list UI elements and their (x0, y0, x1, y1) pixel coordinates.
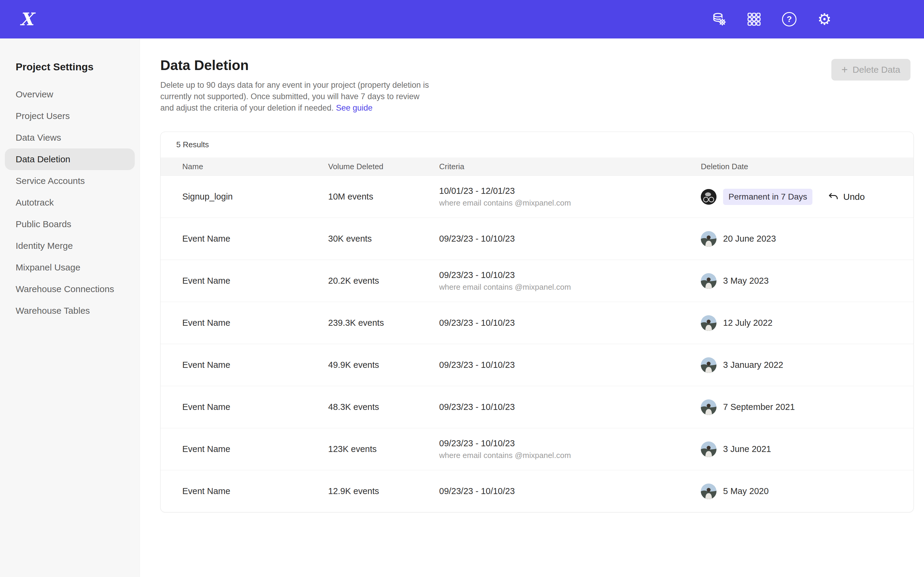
criteria-date-range: 09/23/23 - 10/10/23 (439, 318, 701, 328)
column-header-deletion-date: Deletion Date (701, 162, 913, 171)
column-header-criteria: Criteria (439, 162, 701, 171)
sidebar-item-public-boards[interactable]: Public Boards (5, 213, 135, 235)
column-header-volume-deleted: Volume Deleted (328, 162, 439, 171)
deletion-date-cell: 3 May 2023 (701, 273, 913, 289)
volume-deleted: 30K events (328, 234, 439, 244)
sidebar-item-service-accounts[interactable]: Service Accounts (5, 170, 135, 192)
criteria-where-clause: where email contains @mixpanel.com (439, 282, 701, 292)
sidebar-item-overview[interactable]: Overview (5, 84, 135, 105)
avatar (701, 273, 716, 289)
deletion-date: 3 June 2021 (723, 444, 771, 454)
page-description: Delete up to 90 days data for any event … (160, 79, 433, 114)
plus-icon: + (842, 64, 848, 75)
volume-deleted: 20.2K events (328, 276, 439, 286)
criteria-cell: 09/23/23 - 10/10/23 (439, 402, 701, 412)
volume-deleted: 12.9K events (328, 486, 439, 496)
deletion-date-cell: Permanent in 7 Days Undo (701, 189, 913, 205)
undo-arrow-icon (828, 192, 839, 202)
sidebar-title: Project Settings (5, 61, 135, 73)
criteria-where-clause: where email contains @mixpanel.com (439, 198, 701, 208)
criteria-cell: 09/23/23 - 10/10/23 where email contains… (439, 438, 701, 460)
column-header-name: Name (182, 162, 328, 171)
volume-deleted: 123K events (328, 444, 439, 454)
criteria-where-clause: where email contains @mixpanel.com (439, 451, 701, 460)
volume-deleted: 48.3K events (328, 402, 439, 412)
help-question-glyph: ? (782, 12, 796, 26)
avatar (701, 400, 716, 415)
table-row: Event Name 123K events 09/23/23 - 10/10/… (161, 428, 913, 470)
mixpanel-logo-icon[interactable]: X (18, 10, 36, 28)
criteria-date-range: 09/23/23 - 10/10/23 (439, 486, 701, 496)
settings-gear-icon[interactable]: ⚙ (815, 10, 834, 29)
avatar (701, 189, 716, 205)
deletion-date: 20 June 2023 (723, 234, 776, 244)
main-content: Data Deletion Delete up to 90 days data … (140, 39, 924, 577)
deletion-date: 3 May 2023 (723, 276, 769, 286)
deletion-date-cell: 5 May 2020 (701, 484, 913, 499)
page-title: Data Deletion (160, 57, 914, 73)
deletion-requests-card: 5 Results Name Volume Deleted Criteria D… (160, 132, 914, 513)
criteria-date-range: 09/23/23 - 10/10/23 (439, 360, 701, 370)
table-row: Event Name 49.9K events 09/23/23 - 10/10… (161, 344, 913, 386)
event-name: Event Name (182, 234, 328, 244)
sidebar-item-project-users[interactable]: Project Users (5, 105, 135, 127)
data-management-icon[interactable] (709, 10, 728, 29)
sidebar-item-autotrack[interactable]: Autotrack (5, 192, 135, 213)
sidebar-item-identity-merge[interactable]: Identity Merge (5, 235, 135, 257)
table-row: Event Name 20.2K events 09/23/23 - 10/10… (161, 259, 913, 302)
undo-label: Undo (843, 192, 865, 202)
top-navigation-bar: X ? ⚙ (0, 0, 924, 39)
event-name: Signup_login (182, 192, 328, 201)
table-row: Event Name 48.3K events 09/23/23 - 10/10… (161, 386, 913, 428)
criteria-cell: 09/23/23 - 10/10/23 (439, 486, 701, 496)
sidebar-item-mixpanel-usage[interactable]: Mixpanel Usage (5, 257, 135, 278)
deletion-date: 3 January 2022 (723, 360, 783, 370)
table-row: Event Name 30K events 09/23/23 - 10/10/2… (161, 218, 913, 259)
criteria-date-range: 09/23/23 - 10/10/23 (439, 270, 701, 280)
avatar (701, 315, 716, 331)
deletion-date: 12 July 2022 (723, 318, 772, 328)
avatar (701, 357, 716, 373)
avatar (701, 442, 716, 457)
criteria-date-range: 09/23/23 - 10/10/23 (439, 438, 701, 448)
sidebar-item-data-deletion[interactable]: Data Deletion (5, 148, 135, 170)
criteria-cell: 09/23/23 - 10/10/23 (439, 318, 701, 328)
deletion-date-cell: 3 June 2021 (701, 442, 913, 457)
table-row: Signup_login 10M events 10/01/23 - 12/01… (161, 176, 913, 218)
table-row: Event Name 12.9K events 09/23/23 - 10/10… (161, 470, 913, 512)
table-header-row: Name Volume Deleted Criteria Deletion Da… (161, 158, 913, 176)
sidebar-item-warehouse-connections[interactable]: Warehouse Connections (5, 278, 135, 300)
delete-data-button-label: Delete Data (853, 64, 900, 75)
page-description-text: Delete up to 90 days data for any event … (160, 81, 429, 113)
delete-data-button[interactable]: + Delete Data (831, 59, 911, 81)
criteria-date-range: 10/01/23 - 12/01/23 (439, 186, 701, 196)
criteria-cell: 09/23/23 - 10/10/23 (439, 360, 701, 370)
results-count: 5 Results (161, 132, 913, 158)
volume-deleted: 239.3K events (328, 318, 439, 328)
event-name: Event Name (182, 360, 328, 370)
deletion-date-cell: 7 September 2021 (701, 400, 913, 415)
volume-deleted: 10M events (328, 192, 439, 201)
sidebar-item-data-views[interactable]: Data Views (5, 127, 135, 148)
undo-button[interactable]: Undo (828, 192, 865, 202)
volume-deleted: 49.9K events (328, 360, 439, 370)
see-guide-link[interactable]: See guide (336, 103, 373, 113)
event-name: Event Name (182, 444, 328, 454)
deletion-date-cell: 3 January 2022 (701, 357, 913, 373)
criteria-date-range: 09/23/23 - 10/10/23 (439, 402, 701, 412)
deletion-date-cell: 20 June 2023 (701, 231, 913, 247)
event-name: Event Name (182, 318, 328, 328)
criteria-cell: 09/23/23 - 10/10/23 (439, 234, 701, 244)
project-settings-sidebar: Project Settings Overview Project Users … (0, 39, 140, 577)
help-icon[interactable]: ? (780, 10, 799, 29)
sidebar-item-warehouse-tables[interactable]: Warehouse Tables (5, 300, 135, 322)
avatar (701, 231, 716, 247)
table-row: Event Name 239.3K events 09/23/23 - 10/1… (161, 302, 913, 344)
deletion-date: 7 September 2021 (723, 402, 795, 412)
criteria-cell: 10/01/23 - 12/01/23 where email contains… (439, 186, 701, 208)
deletion-date-cell: 12 July 2022 (701, 315, 913, 331)
criteria-date-range: 09/23/23 - 10/10/23 (439, 234, 701, 244)
app-grid-icon[interactable] (745, 10, 763, 29)
event-name: Event Name (182, 402, 328, 412)
avatar (701, 484, 716, 499)
